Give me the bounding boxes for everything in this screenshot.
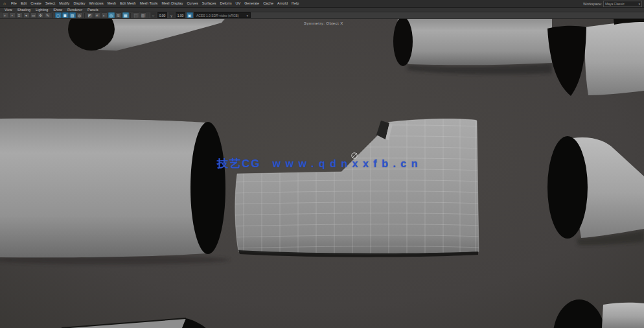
menu-mesh-tools[interactable]: Mesh Tools bbox=[138, 0, 160, 7]
chevron-down-icon: ▾ bbox=[246, 14, 248, 18]
cylinder-cut-top-right[interactable] bbox=[547, 19, 644, 96]
anti-aliasing-icon[interactable]: ▦ bbox=[122, 12, 129, 18]
menu-mesh[interactable]: Mesh bbox=[106, 0, 118, 7]
ambient-occlusion-icon[interactable]: ◎ bbox=[108, 12, 115, 18]
cylinder-cap-dark bbox=[393, 19, 413, 66]
menu-cache[interactable]: Cache bbox=[261, 0, 275, 7]
menu-uv[interactable]: UV bbox=[234, 0, 243, 7]
scene-canvas bbox=[0, 19, 644, 328]
xray-icon[interactable]: ▥ bbox=[140, 12, 146, 18]
image-plane-icon[interactable]: ▭ bbox=[30, 12, 37, 18]
menu-arnold[interactable]: Arnold bbox=[275, 0, 290, 7]
cylinder-left[interactable] bbox=[0, 119, 230, 264]
menu-curves[interactable]: Curves bbox=[185, 0, 200, 7]
workspace-dropdown[interactable]: Maya Classic ▾ bbox=[603, 1, 642, 7]
viewport[interactable]: Symmetry: Object X 技艺CG www.qdnxxfb.cn bbox=[0, 19, 644, 328]
watermark: 技艺CG www.qdnxxfb.cn bbox=[217, 156, 422, 171]
panel-menu-show[interactable]: Show bbox=[51, 8, 65, 12]
lock-camera-icon[interactable]: ▪ bbox=[9, 12, 16, 18]
menu-generate[interactable]: Generate bbox=[242, 0, 261, 7]
panel-menu-bar: ViewShadingLightingShowRendererPanels bbox=[0, 8, 644, 12]
panel-menu-shading[interactable]: Shading bbox=[15, 8, 33, 12]
panel-toolbar: ⌖▪≡▾▭✥✎◻◼▨◍◩☀◐◎≋▦⬚▥☼0.00γ1.00▣ACES 1.0 S… bbox=[0, 12, 644, 19]
menu-help[interactable]: Help bbox=[290, 0, 301, 7]
workspace-selector[interactable]: Workspace: Maya Classic ▾ bbox=[583, 1, 642, 7]
workspace-value: Maya Classic bbox=[605, 1, 625, 6]
menu-mesh-display[interactable]: Mesh Display bbox=[159, 0, 185, 7]
shadows-icon[interactable]: ◐ bbox=[101, 12, 108, 18]
gamma-icon[interactable]: γ bbox=[168, 12, 175, 18]
cylinder-cap-dark bbox=[190, 122, 225, 254]
grease-pencil-icon[interactable]: ✎ bbox=[45, 12, 51, 18]
menu-modify[interactable]: Modify bbox=[57, 0, 71, 7]
watermark-brand: 技艺CG bbox=[217, 156, 261, 171]
isolate-select-icon[interactable]: ⬚ bbox=[133, 12, 139, 18]
toolbar-separator bbox=[130, 13, 131, 18]
main-menu-bar: ⌂ FileEditCreateSelectModifyDisplayWindo… bbox=[0, 0, 644, 8]
panel-menu-view[interactable]: View bbox=[2, 8, 15, 12]
exposure-field[interactable]: 0.00 bbox=[157, 12, 167, 18]
cylinder-cap-dark bbox=[547, 136, 588, 239]
panel-menu-renderer[interactable]: Renderer bbox=[65, 8, 85, 12]
menu-edit-mesh[interactable]: Edit Mesh bbox=[118, 0, 137, 7]
main-menus: FileEditCreateSelectModifyDisplayWindows… bbox=[9, 0, 583, 7]
workspace-label: Workspace: bbox=[583, 2, 602, 6]
maya-window: ⌂ FileEditCreateSelectModifyDisplayWindo… bbox=[0, 0, 644, 328]
view-transform-select[interactable]: ACES 1.0 SDR-video (sRGB)▾ bbox=[194, 12, 251, 18]
gamma-field[interactable]: 1.00 bbox=[176, 12, 185, 18]
wireframe-icon[interactable]: ◻ bbox=[55, 12, 62, 18]
textured-icon[interactable]: ▨ bbox=[69, 12, 76, 18]
toolbar-separator bbox=[52, 13, 53, 18]
menu-edit[interactable]: Edit bbox=[19, 0, 29, 7]
bookmarks-icon[interactable]: ▾ bbox=[23, 12, 30, 18]
lights-icon[interactable]: ☀ bbox=[94, 12, 100, 18]
2d-pan-zoom-icon[interactable]: ✥ bbox=[38, 12, 44, 18]
menu-display[interactable]: Display bbox=[71, 0, 87, 7]
menu-create[interactable]: Create bbox=[29, 0, 43, 7]
toolbar-separator bbox=[148, 13, 148, 18]
panel-menu-panels[interactable]: Panels bbox=[85, 8, 101, 12]
menu-deform[interactable]: Deform bbox=[218, 0, 234, 7]
toolbar-separator bbox=[84, 13, 85, 18]
motion-blur-icon[interactable]: ≋ bbox=[115, 12, 122, 18]
color-management-icon[interactable]: ▣ bbox=[187, 12, 193, 18]
menu-select[interactable]: Select bbox=[43, 0, 57, 7]
app-home-icon[interactable]: ⌂ bbox=[0, 0, 9, 7]
menu-file[interactable]: File bbox=[9, 0, 19, 7]
menu-surfaces[interactable]: Surfaces bbox=[200, 0, 218, 7]
shaded-icon[interactable]: ◼ bbox=[62, 12, 69, 18]
panel-menu-lighting[interactable]: Lighting bbox=[33, 8, 51, 12]
wireframe-on-shaded-icon[interactable]: ◩ bbox=[87, 12, 93, 18]
use-default-material-icon[interactable]: ◍ bbox=[76, 12, 83, 18]
exposure-icon[interactable]: ☼ bbox=[150, 12, 157, 18]
symmetry-hud: Symmetry: Object X bbox=[304, 21, 343, 25]
camera-attributes-icon[interactable]: ≡ bbox=[16, 12, 23, 18]
watermark-url: www.qdnxxfb.cn bbox=[273, 158, 423, 170]
chevron-down-icon: ▾ bbox=[638, 1, 640, 6]
view-transform-value: ACES 1.0 SDR-video (sRGB) bbox=[196, 14, 239, 18]
menu-windows[interactable]: Windows bbox=[87, 0, 105, 7]
select-camera-icon[interactable]: ⌖ bbox=[2, 12, 8, 18]
